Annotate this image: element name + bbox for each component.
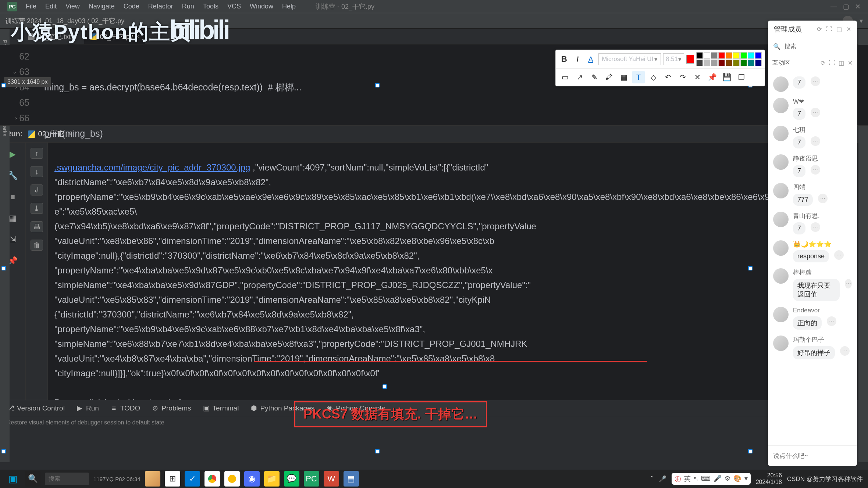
- palette-color[interactable]: [748, 52, 754, 59]
- palette-color[interactable]: [726, 60, 732, 66]
- close-icon[interactable]: ✕: [848, 60, 853, 67]
- minimize-icon[interactable]: —: [830, 3, 837, 11]
- chat-more-icon[interactable]: ⋯: [811, 165, 820, 175]
- palette-color[interactable]: [704, 52, 710, 59]
- wps-icon[interactable]: W: [324, 471, 339, 487]
- chat-more-icon[interactable]: ⋯: [811, 108, 820, 117]
- close-tab-icon[interactable]: ×: [136, 33, 139, 40]
- palette-color[interactable]: [726, 52, 732, 59]
- palette-color[interactable]: [711, 60, 718, 66]
- pycharm-taskbar-icon[interactable]: PC: [304, 471, 319, 487]
- menu-tools[interactable]: Tools: [203, 3, 218, 10]
- menu-window[interactable]: Window: [250, 3, 273, 10]
- chat-more-icon[interactable]: ⋯: [811, 136, 820, 146]
- bilibili-taskbar-icon[interactable]: ▣: [5, 471, 21, 487]
- chat-avatar[interactable]: [773, 76, 789, 92]
- task-view-icon[interactable]: ⊞: [165, 471, 180, 487]
- mosaic-tool-icon[interactable]: ▦: [618, 71, 630, 83]
- tool-terminal[interactable]: ▣Terminal: [203, 404, 239, 412]
- font-family-select[interactable]: Microsoft YaHei UI ▾: [598, 53, 661, 65]
- palette-color[interactable]: [755, 60, 762, 66]
- app-icon[interactable]: ▤: [344, 471, 359, 487]
- menu-view[interactable]: View: [65, 3, 80, 10]
- chat-more-icon[interactable]: ⋯: [840, 346, 850, 356]
- ime-toolbar[interactable]: ㊥ 英 •, ⌨ 🎤 ⚙ 🎨 ▾: [672, 473, 750, 485]
- menu-refactor[interactable]: Refactor: [148, 3, 173, 10]
- close-icon[interactable]: ✕: [855, 3, 861, 11]
- chrome-canary-icon[interactable]: [224, 471, 240, 487]
- resize-handle[interactable]: [375, 449, 380, 453]
- palette-color[interactable]: [740, 52, 747, 59]
- line-tool-icon[interactable]: ↗: [573, 71, 586, 83]
- text-tool-icon[interactable]: T: [632, 71, 645, 83]
- chat-more-icon[interactable]: ⋯: [834, 250, 844, 260]
- palette-color[interactable]: [696, 60, 703, 66]
- pen-tool-icon[interactable]: ✎: [588, 71, 601, 83]
- tray-chevron-icon[interactable]: ˄: [650, 475, 654, 483]
- popout-icon[interactable]: ◫: [836, 26, 842, 33]
- tool-run[interactable]: ▶Run: [77, 404, 99, 412]
- menu-code[interactable]: Code: [124, 3, 139, 10]
- chat-input[interactable]: [773, 452, 852, 460]
- expand-icon[interactable]: ⛶: [829, 60, 835, 67]
- palette-color[interactable]: [755, 52, 762, 59]
- palette-color[interactable]: [704, 60, 710, 66]
- scroll-up-icon[interactable]: ↑: [31, 148, 43, 159]
- copy-icon[interactable]: ❐: [735, 71, 748, 83]
- chat-avatar[interactable]: [773, 212, 789, 227]
- palette-color[interactable]: [711, 52, 718, 59]
- chat-avatar[interactable]: [773, 126, 789, 141]
- cancel-icon[interactable]: ✕: [691, 71, 704, 83]
- italic-button[interactable]: I: [572, 53, 583, 65]
- chat-avatar[interactable]: [773, 336, 789, 351]
- editor-tab-py[interactable]: 02_干它.py ×: [84, 29, 145, 44]
- resize-handle[interactable]: [375, 83, 380, 87]
- wechat-icon[interactable]: 💬: [284, 471, 299, 487]
- taskbar-app-icon[interactable]: [145, 471, 160, 487]
- tool-version-control[interactable]: ⎇Version Control: [7, 404, 65, 412]
- menu-navigate[interactable]: Navigate: [89, 3, 115, 10]
- rectangle-tool-icon[interactable]: ▭: [559, 71, 571, 83]
- file-explorer-icon[interactable]: 📁: [264, 471, 280, 487]
- maximize-icon[interactable]: ▢: [843, 3, 849, 11]
- font-size-select[interactable]: 8.51▾: [663, 53, 684, 65]
- print-icon[interactable]: 🖶: [31, 221, 43, 232]
- toolbar-dropdown-icon[interactable]: ▾: [860, 17, 863, 25]
- fold-chevron-icon[interactable]: ›: [15, 110, 17, 126]
- resize-handle[interactable]: [748, 266, 753, 270]
- palette-color[interactable]: [733, 60, 740, 66]
- chat-avatar[interactable]: [773, 307, 789, 322]
- redo-icon[interactable]: ↷: [676, 71, 689, 83]
- palette-color[interactable]: [748, 60, 754, 66]
- editor-tab-txt[interactable]: 01_笔记.txt ×: [22, 29, 83, 44]
- chat-avatar[interactable]: [773, 98, 789, 113]
- tool-problems[interactable]: ⊘Problems: [152, 404, 191, 412]
- resize-handle[interactable]: [1, 449, 6, 453]
- menu-file[interactable]: File: [26, 3, 36, 10]
- scroll-to-end-icon[interactable]: ⤓: [31, 203, 43, 214]
- soft-wrap-icon[interactable]: ↲: [31, 184, 43, 195]
- font-color-button[interactable]: A: [585, 53, 596, 65]
- clear-icon[interactable]: 🗑: [31, 240, 43, 251]
- checkmark-app-icon[interactable]: ✓: [185, 471, 200, 487]
- save-icon[interactable]: 💾: [721, 71, 733, 83]
- menu-edit[interactable]: Edit: [45, 3, 57, 10]
- palette-color[interactable]: [733, 52, 740, 59]
- chat-avatar[interactable]: [773, 154, 789, 170]
- refresh-icon[interactable]: ⟳: [821, 60, 825, 67]
- search-taskbar-icon[interactable]: 🔍: [25, 471, 40, 487]
- scroll-down-icon[interactable]: ↓: [31, 166, 43, 177]
- chat-more-icon[interactable]: ⋯: [827, 316, 836, 326]
- chat-avatar[interactable]: [773, 240, 789, 256]
- expand-icon[interactable]: ⛶: [826, 26, 832, 33]
- chat-more-icon[interactable]: ⋯: [811, 76, 820, 86]
- palette-color[interactable]: [718, 52, 725, 59]
- chat-more-icon[interactable]: ⋯: [818, 194, 828, 203]
- palette-color[interactable]: [696, 52, 703, 59]
- browser-icon[interactable]: ◉: [244, 471, 260, 487]
- tool-todo[interactable]: ≡TODO: [111, 404, 140, 412]
- taskbar-search-input[interactable]: [45, 473, 89, 485]
- highlighter-tool-icon[interactable]: 🖍: [603, 71, 615, 83]
- refresh-icon[interactable]: ⟳: [817, 26, 822, 33]
- resize-handle[interactable]: [1, 83, 6, 87]
